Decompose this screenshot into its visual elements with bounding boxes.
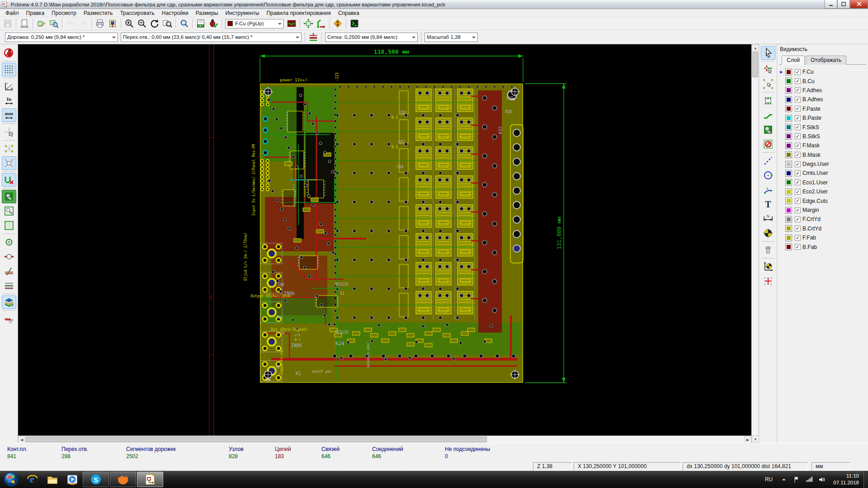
select-tool-icon[interactable] bbox=[761, 46, 775, 60]
layer-color-swatch[interactable] bbox=[785, 124, 792, 131]
layer-visibility-checkbox[interactable]: ✓ bbox=[795, 179, 801, 185]
layer-row-b-paste[interactable]: ✓B.Paste bbox=[780, 113, 865, 122]
network-signal-icon[interactable] bbox=[804, 474, 814, 484]
layer-visibility-checkbox[interactable]: ✓ bbox=[795, 244, 801, 250]
local-ratsnest-icon[interactable] bbox=[761, 77, 775, 91]
layer-pair-icon[interactable] bbox=[286, 18, 297, 29]
vias-sketch-icon[interactable] bbox=[2, 250, 16, 263]
page-settings-icon[interactable] bbox=[19, 18, 30, 29]
zoom-out-icon[interactable] bbox=[136, 18, 148, 29]
track-width-combo[interactable]: Дорожка: 0,250 мм (9,84 милс) * bbox=[5, 33, 118, 42]
module-editor-icon[interactable] bbox=[35, 18, 47, 29]
layer-visibility-checkbox[interactable]: ✓ bbox=[795, 115, 801, 121]
layer-color-swatch[interactable] bbox=[785, 115, 792, 122]
layer-visibility-checkbox[interactable]: ✓ bbox=[795, 78, 801, 84]
layer-visibility-checkbox[interactable]: ✓ bbox=[795, 235, 801, 241]
show-desktop-button[interactable] bbox=[863, 471, 868, 488]
scroll-left-icon[interactable]: ◀ bbox=[18, 436, 25, 443]
layer-row-b-adhes[interactable]: ✓B.Adhes bbox=[780, 95, 865, 104]
layer-row-b-mask[interactable]: ✓B.Mask bbox=[780, 150, 865, 160]
route-mode-icon[interactable] bbox=[315, 18, 327, 29]
windows-explorer-icon[interactable] bbox=[42, 472, 62, 487]
action-center-flag-icon[interactable] bbox=[792, 474, 802, 484]
units-inch-icon[interactable]: In bbox=[2, 94, 16, 108]
layer-visibility-checkbox[interactable]: ✓ bbox=[795, 87, 801, 93]
find-icon[interactable] bbox=[178, 18, 190, 29]
zoom-level-combo[interactable]: Масштаб 1,38 bbox=[425, 33, 478, 42]
layer-color-swatch[interactable] bbox=[785, 216, 792, 223]
netclass-values-icon[interactable] bbox=[307, 31, 319, 43]
grid-size-combo[interactable]: Сетка: 0,2500 мм (9,84 милс) bbox=[325, 33, 418, 42]
layer-visibility-checkbox[interactable]: ✓ bbox=[795, 106, 801, 112]
scroll-right-icon[interactable]: ▶ bbox=[744, 436, 751, 443]
add-zone-icon[interactable] bbox=[761, 123, 775, 136]
layer-row-f-mask[interactable]: ✓F.Mask bbox=[780, 141, 865, 150]
add-track-icon[interactable] bbox=[761, 108, 775, 122]
menu-item-view[interactable]: Просмотр bbox=[48, 9, 80, 17]
maximize-button[interactable] bbox=[837, 0, 850, 9]
add-line-icon[interactable] bbox=[761, 154, 775, 168]
scroll-down-icon[interactable]: ▼ bbox=[752, 436, 759, 443]
add-target-icon[interactable] bbox=[761, 226, 775, 240]
layer-visibility-checkbox[interactable]: ✓ bbox=[795, 207, 801, 213]
drc-off-icon[interactable] bbox=[2, 46, 16, 60]
add-text-icon[interactable]: T bbox=[761, 197, 775, 211]
skype-button[interactable]: S bbox=[83, 472, 109, 487]
menu-item-preferences[interactable]: Настройки bbox=[158, 9, 192, 17]
cursor-shape-icon[interactable] bbox=[2, 125, 16, 139]
layer-color-swatch[interactable] bbox=[785, 188, 792, 195]
layer-visibility-checkbox[interactable]: ✓ bbox=[795, 170, 801, 176]
zoom-redraw-icon[interactable] bbox=[149, 18, 160, 29]
layer-color-swatch[interactable] bbox=[785, 96, 792, 103]
netlist-icon[interactable]: NET bbox=[195, 18, 207, 29]
layer-color-swatch[interactable] bbox=[785, 78, 792, 84]
layer-row-edge-cuts[interactable]: ✓Edge.Cuts bbox=[780, 196, 865, 205]
layer-color-swatch[interactable] bbox=[785, 244, 792, 250]
menu-item-place[interactable]: Разместить bbox=[80, 9, 117, 17]
language-indicator[interactable]: RU bbox=[765, 476, 773, 483]
zoom-fit-icon[interactable] bbox=[161, 18, 173, 29]
pads-sketch-icon[interactable] bbox=[2, 235, 16, 249]
layer-row-f-silks[interactable]: ✓F.SilkS bbox=[780, 122, 865, 131]
layer-visibility-checkbox[interactable]: ✓ bbox=[795, 216, 801, 222]
add-keepout-icon[interactable] bbox=[761, 137, 775, 151]
layer-row-f-crtyd[interactable]: ✓F.CrtYd bbox=[780, 215, 865, 224]
layer-row-f-cu[interactable]: ▶✓F.Cu bbox=[780, 67, 865, 76]
layer-select-combo[interactable]: F.Cu (PgUp) bbox=[225, 19, 284, 28]
zones-show-icon[interactable] bbox=[2, 190, 16, 203]
layer-row-f-paste[interactable]: ✓F.Paste bbox=[780, 104, 865, 113]
layer-row-f-fab[interactable]: ✓F.Fab bbox=[780, 233, 865, 242]
layer-color-swatch[interactable] bbox=[785, 170, 792, 177]
layer-color-swatch[interactable] bbox=[785, 105, 792, 112]
menu-item-tools[interactable]: Инструменты bbox=[222, 9, 263, 17]
firefox-button[interactable] bbox=[110, 472, 136, 487]
canvas-hscrollbar[interactable]: ◀ ▶ bbox=[18, 436, 751, 443]
zones-outline-icon[interactable] bbox=[2, 219, 16, 232]
layer-row-eco2-user[interactable]: ✓Eco2.User bbox=[780, 187, 865, 196]
layer-row-margin[interactable]: ✓Margin bbox=[780, 206, 865, 215]
layer-visibility-checkbox[interactable]: ✓ bbox=[795, 198, 801, 204]
add-footprint-icon[interactable] bbox=[761, 94, 775, 108]
layer-color-swatch[interactable] bbox=[785, 142, 792, 149]
internet-explorer-icon[interactable]: e bbox=[23, 472, 42, 487]
footprint-mode-icon[interactable] bbox=[302, 18, 314, 29]
canvas-vscrollbar[interactable]: ▲ ▼ bbox=[751, 44, 759, 443]
layer-visibility-checkbox[interactable]: ✓ bbox=[795, 97, 801, 103]
zones-hide-icon[interactable] bbox=[2, 204, 16, 218]
volume-icon[interactable] bbox=[817, 474, 827, 484]
freeroute-icon[interactable] bbox=[332, 18, 344, 29]
library-browser-icon[interactable] bbox=[48, 18, 60, 29]
layer-color-swatch[interactable] bbox=[785, 161, 792, 168]
add-dimension-icon[interactable]: N bbox=[761, 212, 775, 225]
layer-color-swatch[interactable] bbox=[785, 69, 792, 75]
highlight-net-icon[interactable] bbox=[761, 63, 775, 76]
layer-row-eco1-user[interactable]: ✓Eco1.User bbox=[780, 178, 865, 187]
add-circle-icon[interactable] bbox=[761, 169, 775, 182]
layer-row-b-cu[interactable]: ✓B.Cu bbox=[780, 76, 865, 85]
python-console-icon[interactable] bbox=[349, 18, 360, 29]
layer-visibility-checkbox[interactable]: ✓ bbox=[795, 189, 801, 195]
layer-row-cmts-user[interactable]: ✓Cmts.User bbox=[780, 169, 865, 178]
auto-delete-track-icon[interactable] bbox=[2, 173, 16, 187]
offset-origin-icon[interactable] bbox=[761, 260, 775, 273]
layer-color-swatch[interactable] bbox=[785, 207, 792, 214]
